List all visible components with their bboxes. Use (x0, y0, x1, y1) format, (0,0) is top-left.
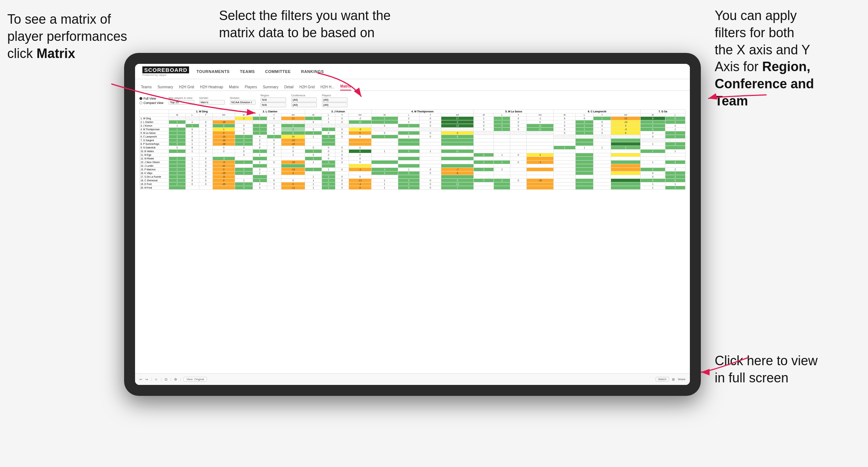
view-original-button[interactable]: View: Original (184, 377, 207, 382)
player-name-cell: 10. B Valdes (140, 150, 169, 153)
grid-icon[interactable]: ⊞ (672, 378, 675, 381)
matrix-cell: -48 (212, 142, 235, 146)
players-select-1[interactable]: (All) (322, 97, 347, 102)
col-header-4: 4. M Thorbjornsen (371, 110, 474, 113)
undo-icon[interactable]: ↩ (139, 378, 142, 381)
gender-select[interactable]: Men's (199, 100, 225, 105)
full-view-radio[interactable] (139, 97, 142, 100)
matrix-cell: 2 (253, 168, 267, 171)
sh-l6: L (576, 113, 594, 117)
matrix-cell: 0 (335, 175, 349, 179)
separator3: | (170, 378, 171, 381)
tab-h2h-heatmap[interactable]: H2H Heatmap (200, 85, 223, 90)
matrix-cell (253, 175, 267, 179)
ann-right-l1: You can apply (715, 8, 797, 23)
tab-matrix2[interactable]: Matrix (340, 84, 351, 90)
tab-teams[interactable]: Teams (141, 85, 151, 90)
matrix-cell: -11 (281, 186, 305, 190)
player-name-cell: 14. J Lundin (140, 164, 169, 168)
region-select-1[interactable]: N/A (261, 97, 286, 102)
matrix-cell: 0 (199, 124, 212, 128)
col-header-2: 2. L Clanton (235, 110, 305, 113)
matrix-cell: 0 (322, 146, 335, 150)
nav-teams[interactable]: TEAMS (240, 69, 255, 74)
matrix-cell (474, 182, 494, 186)
tab-summary[interactable]: Summary (157, 85, 173, 90)
table-row: 3. J Koivun110201020101304011010312 (140, 124, 685, 128)
redo-icon[interactable]: ↪ (145, 378, 148, 381)
matrix-cell: 1 (169, 161, 186, 164)
matrix-cell: 0 (253, 182, 267, 186)
matrix-cell: 2 (169, 120, 186, 124)
matrix-cell (576, 164, 594, 168)
matrix-cell (554, 164, 576, 168)
tab-summary2[interactable]: Summary (263, 85, 279, 90)
matrix-cell: 2 (322, 179, 335, 182)
conference-select-2[interactable]: (All) (291, 103, 317, 107)
zoom-fit-icon[interactable]: ⊡ (165, 378, 168, 381)
tab-h2h-grid[interactable]: H2H Grid (179, 85, 194, 90)
matrix-cell: 1 (169, 128, 186, 131)
matrix-cell (494, 186, 510, 190)
nav-rankings[interactable]: RANKINGS (301, 69, 324, 74)
matrix-cell (212, 153, 235, 157)
full-view-option[interactable]: Full View (139, 97, 164, 100)
matrix-cell (641, 164, 665, 168)
tab-h2h-h[interactable]: H2H H... (320, 85, 334, 90)
tab-h2h-grid2[interactable]: H2H Grid (299, 85, 315, 90)
matrix-cell: 2 (253, 117, 267, 120)
matrix-cell: 1 (185, 164, 199, 168)
matrix-cell: 1 (474, 117, 494, 120)
share-button[interactable]: Share (678, 378, 685, 381)
matrix-cell: 2 (398, 117, 419, 120)
tab-detail[interactable]: Detail (284, 85, 294, 90)
sh-d4: Dif (441, 113, 474, 117)
nav-committee[interactable]: COMMITTEE (265, 69, 291, 74)
matrix-cell: 0 (281, 179, 305, 182)
player-name-cell: 2. L Clanton (140, 120, 169, 124)
compact-view-radio[interactable] (139, 101, 142, 104)
matrix-cell: 8 (641, 117, 665, 120)
matrix-cell: 0 (419, 117, 441, 120)
matrix-cell: 0 (641, 175, 665, 179)
matrix-cell: 1 (398, 135, 419, 139)
player-name-cell: 8. P Summerhays (140, 142, 169, 146)
matrix-cell (474, 135, 494, 139)
division-select[interactable]: NCAA Division I (230, 100, 256, 105)
player-name-cell: 17. S De La Fuente (140, 175, 169, 179)
matrix-cell: 0 (576, 120, 594, 124)
conference-select-1[interactable]: (All) (291, 97, 317, 102)
matrix-cell: 0 (593, 120, 611, 124)
annotation-top-center: Select the filters you want the matrix d… (219, 7, 394, 42)
matrix-cell: 0 (199, 135, 212, 139)
matrix-cell: 0 (185, 135, 199, 139)
compact-view-option[interactable]: Compact View (139, 101, 164, 105)
matrix-cell: 0 (335, 153, 349, 157)
tab-matrix[interactable]: Matrix (229, 85, 239, 90)
matrix-cell: 0 (398, 182, 419, 186)
matrix-cell: 1 (398, 168, 419, 171)
matrix-cell (305, 171, 322, 175)
matrix-cell (398, 142, 419, 146)
matrix-cell: 5 (665, 179, 685, 182)
player-name-cell: 18. C Sherwood (140, 179, 169, 182)
matrix-cell: 1 (494, 153, 510, 157)
matrix-cell (593, 179, 611, 182)
matrix-cell (593, 150, 611, 153)
matrix-cell: 0 (235, 128, 253, 131)
cursor-icon[interactable]: ⊹ (155, 378, 158, 381)
watch-button[interactable]: Watch (656, 377, 669, 382)
nav-tournaments[interactable]: TOURNAMENTS (196, 69, 230, 74)
settings-icon[interactable]: ⚙ (174, 378, 177, 381)
matrix-cell (611, 150, 641, 153)
matrix-cell: 8 (441, 171, 474, 175)
matrix-cell (494, 171, 510, 175)
max-players-filter: Max players in view Top 25 (169, 96, 194, 105)
region-select-2[interactable]: N/A (261, 103, 286, 107)
matrix-cell: 10 (212, 164, 235, 168)
players-select-2[interactable]: (All) (322, 103, 347, 107)
table-row: 4. M Thorbjornsen10110101010-301011011-6… (140, 128, 685, 131)
tab-players[interactable]: Players (245, 85, 257, 90)
matrix-cell: 13 (441, 182, 474, 186)
max-players-select[interactable]: Top 25 (169, 100, 194, 105)
